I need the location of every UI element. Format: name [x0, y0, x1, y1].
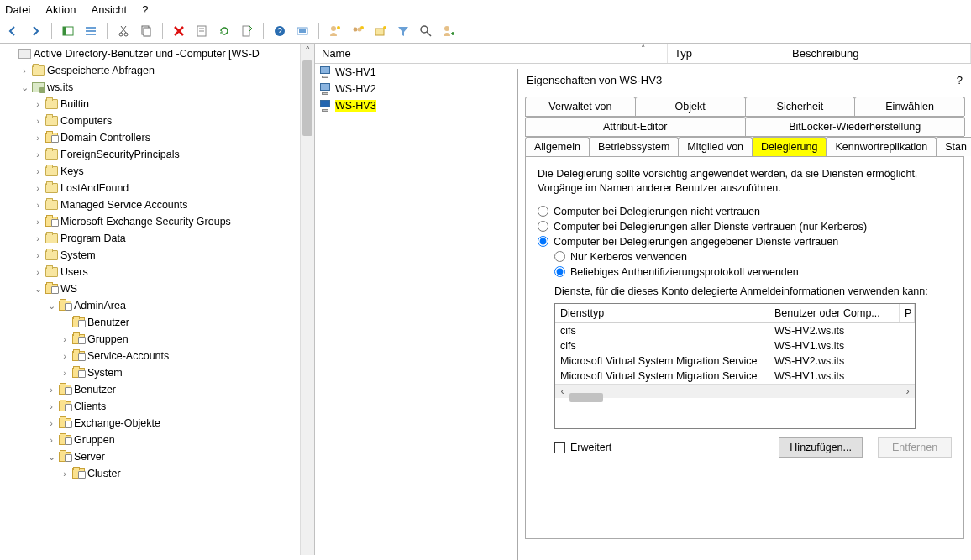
menu-help[interactable]: ? — [142, 3, 148, 16]
tree-saved-queries[interactable]: ›Gespeicherte Abfragen — [0, 62, 314, 79]
scroll-thumb[interactable] — [302, 60, 312, 136]
radio-no-trust[interactable]: Computer bei Delegierungen nicht vertrau… — [538, 206, 952, 217]
tab-dialin[interactable]: Einwählen — [854, 97, 965, 116]
radio-any-protocol-input[interactable] — [554, 266, 565, 277]
tree-item[interactable]: ›Clients — [0, 398, 314, 415]
scroll-up-icon[interactable]: ˄ — [301, 44, 314, 58]
collapse-chevron-icon[interactable]: ˄ — [641, 44, 646, 55]
tree-adminarea[interactable]: ⌄AdminArea — [0, 297, 314, 314]
tree-item[interactable]: ›Managed Service Accounts — [0, 196, 314, 213]
scroll-left-icon[interactable]: ‹ — [555, 385, 569, 397]
help-button[interactable]: ? — [270, 22, 289, 40]
tree-item[interactable]: ›Benutzer — [0, 381, 314, 398]
tab-managed-by[interactable]: Verwaltet von — [525, 97, 636, 116]
tree-item[interactable]: ›LostAndFound — [0, 180, 314, 196]
add-service-button[interactable]: Hinzufügen... — [779, 437, 863, 458]
scroll-right-icon[interactable]: › — [900, 385, 915, 397]
nav-back-button[interactable] — [3, 22, 22, 40]
menu-view[interactable]: Ansicht — [92, 3, 128, 16]
radio-trust-all[interactable]: Computer bei Delegierungen aller Dienste… — [538, 221, 952, 233]
svc-row[interactable]: Microsoft Virtual System Migration Servi… — [555, 353, 915, 369]
nav-forward-button[interactable] — [26, 22, 45, 40]
radio-trust-all-input[interactable] — [538, 221, 548, 232]
tree-item[interactable]: ›System — [0, 247, 314, 264]
tree-item[interactable]: ›System — [0, 364, 314, 381]
tree-item[interactable]: ›Computers — [0, 113, 314, 129]
radio-kerberos-only-input[interactable] — [554, 251, 565, 262]
radio-kerberos-only[interactable]: Nur Kerberos verwenden — [554, 251, 952, 263]
svc-row[interactable]: Microsoft Virtual System Migration Servi… — [555, 369, 915, 384]
radio-no-trust-input[interactable] — [538, 206, 548, 217]
computer-icon — [318, 66, 332, 78]
filter-button[interactable] — [394, 22, 412, 40]
tree-ws[interactable]: ⌄WS — [0, 280, 314, 297]
tab-delegation[interactable]: Delegierung — [752, 137, 827, 156]
extended-checkbox[interactable]: Erweitert — [554, 442, 611, 453]
col-desc[interactable]: Beschreibung — [785, 44, 971, 63]
copy-button[interactable] — [137, 22, 155, 40]
services-label: Dienste, für die dieses Konto delegierte… — [554, 285, 952, 298]
tree-domain[interactable]: ⌄ws.its — [0, 79, 314, 96]
col-type[interactable]: Typ — [668, 44, 785, 63]
tab-memberof[interactable]: Mitglied von — [678, 137, 753, 156]
tab-attribute-editor[interactable]: Attribut-Editor — [525, 117, 746, 136]
tree-item[interactable]: ›Microsoft Exchange Security Groups — [0, 213, 314, 230]
tree-server[interactable]: ⌄Server — [0, 448, 314, 465]
tree-item[interactable]: ›Builtin — [0, 96, 314, 113]
refresh-button[interactable] — [215, 22, 234, 40]
svc-col-user[interactable]: Benutzer oder Comp... — [769, 304, 900, 322]
tab-object[interactable]: Objekt — [635, 97, 746, 116]
tree-item[interactable]: Benutzer — [0, 314, 314, 331]
tree-item[interactable]: ›Service-Accounts — [0, 348, 314, 364]
properties-button[interactable] — [192, 22, 211, 40]
svg-point-19 — [354, 28, 358, 32]
cut-button[interactable] — [114, 22, 133, 40]
services-horizontal-scrollbar[interactable]: ‹ › — [555, 384, 915, 398]
list-pane: ˄ Name Typ Beschreibung WS-HV1 WS-HV2 WS… — [315, 44, 971, 555]
container-button[interactable] — [293, 22, 312, 40]
add-to-group-button[interactable] — [439, 22, 458, 40]
menu-file[interactable]: Datei — [5, 3, 30, 16]
tree-item[interactable]: ›Keys — [0, 163, 314, 180]
add-user-button[interactable] — [326, 22, 344, 40]
tree-item[interactable]: ›Users — [0, 264, 314, 280]
menu-action[interactable]: Aktion — [45, 3, 76, 16]
tree-item[interactable]: ›Program Data — [0, 230, 314, 247]
services-list[interactable]: Diensttyp Benutzer oder Comp... P cifsWS… — [554, 303, 916, 429]
radio-trust-specific-input[interactable] — [538, 236, 548, 247]
delete-button[interactable] — [170, 22, 188, 40]
show-hide-tree-button[interactable] — [59, 22, 77, 40]
tree-item[interactable]: ›Domain Controllers — [0, 129, 314, 146]
tab-location[interactable]: Stan — [936, 137, 971, 156]
tree-item[interactable]: ›ForeignSecurityPrincipals — [0, 146, 314, 163]
tab-security[interactable]: Sicherheit — [745, 97, 856, 116]
tree-item[interactable]: ›Exchange-Objekte — [0, 415, 314, 432]
radio-any-protocol[interactable]: Beliebiges Authentifizierungsprotokoll v… — [554, 266, 952, 278]
find-button[interactable] — [417, 22, 435, 40]
tree-root[interactable]: Active Directory-Benutzer und -Computer … — [0, 45, 314, 62]
tree-item[interactable]: ›Gruppen — [0, 331, 314, 348]
menu-bar: Datei Aktion Ansicht ? — [0, 0, 971, 19]
svc-col-p[interactable]: P — [900, 304, 915, 322]
svc-col-type[interactable]: Diensttyp — [555, 304, 769, 322]
tab-password-replication[interactable]: Kennwortreplikation — [826, 137, 937, 156]
dialog-help-button[interactable]: ? — [957, 74, 963, 86]
svc-row[interactable]: cifsWS-HV2.ws.its — [555, 323, 915, 338]
tab-bitlocker[interactable]: BitLocker-Wiederherstellung — [745, 117, 966, 136]
tree-pane: Active Directory-Benutzer und -Computer … — [0, 44, 315, 555]
tab-os[interactable]: Betriebssystem — [589, 137, 679, 156]
scroll-thumb[interactable] — [569, 393, 603, 402]
add-group-button[interactable] — [349, 22, 367, 40]
export-button[interactable] — [238, 22, 256, 40]
add-ou-button[interactable] — [371, 22, 390, 40]
tab-row-3: Allgemein Betriebssystem Mitglied von De… — [525, 137, 964, 157]
col-name[interactable]: Name — [315, 44, 668, 63]
tree-item[interactable]: ›Gruppen — [0, 432, 314, 448]
tree-vertical-scrollbar[interactable]: ˄ — [300, 44, 314, 555]
details-view-button[interactable] — [81, 22, 100, 40]
tree-item[interactable]: ›Cluster — [0, 465, 314, 482]
svc-row[interactable]: cifsWS-HV1.ws.its — [555, 338, 915, 353]
svg-point-17 — [331, 26, 336, 31]
radio-trust-specific[interactable]: Computer bei Delegierungen angegebener D… — [538, 236, 952, 248]
tab-general[interactable]: Allgemein — [525, 137, 590, 156]
